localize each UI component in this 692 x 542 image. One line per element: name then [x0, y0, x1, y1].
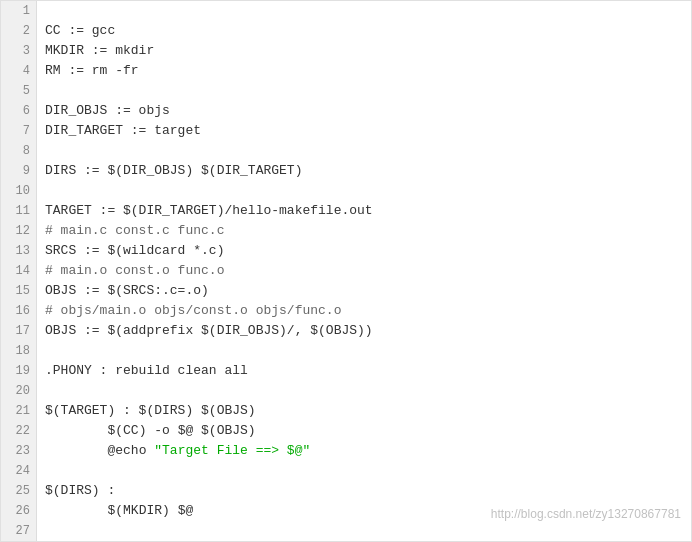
line-number: 25	[1, 481, 36, 501]
code-line: DIR_OBJS := objs	[45, 101, 683, 121]
line-number: 15	[1, 281, 36, 301]
line-number: 13	[1, 241, 36, 261]
code-line: # objs/main.o objs/const.o objs/func.o	[45, 301, 683, 321]
code-line: DIR_TARGET := target	[45, 121, 683, 141]
code-editor: 1234567891011121314151617181920212223242…	[0, 0, 692, 542]
code-line	[45, 461, 683, 481]
code-line: $(DIRS) :	[45, 481, 683, 501]
code-line: TARGET := $(DIR_TARGET)/hello-makefile.o…	[45, 201, 683, 221]
code-line: SRCS := $(wildcard *.c)	[45, 241, 683, 261]
line-number-gutter: 1234567891011121314151617181920212223242…	[1, 1, 37, 541]
line-number: 14	[1, 261, 36, 281]
line-number: 26	[1, 501, 36, 521]
code-line: CC := gcc	[45, 21, 683, 41]
line-number: 8	[1, 141, 36, 161]
code-line: MKDIR := mkdir	[45, 41, 683, 61]
code-line	[45, 181, 683, 201]
line-number: 9	[1, 161, 36, 181]
line-number: 1	[1, 1, 36, 21]
code-content: CC := gccMKDIR := mkdirRM := rm -fr DIR_…	[37, 1, 691, 541]
line-number: 20	[1, 381, 36, 401]
code-line: RM := rm -fr	[45, 61, 683, 81]
code-line: # main.c const.c func.c	[45, 221, 683, 241]
line-number: 6	[1, 101, 36, 121]
code-line	[45, 381, 683, 401]
code-line: # main.o const.o func.o	[45, 261, 683, 281]
line-number: 24	[1, 461, 36, 481]
line-number: 16	[1, 301, 36, 321]
line-number: 27	[1, 521, 36, 541]
code-line: DIRS := $(DIR_OBJS) $(DIR_TARGET)	[45, 161, 683, 181]
code-line: @echo "Target File ==> $@"	[45, 441, 683, 461]
line-number: 2	[1, 21, 36, 41]
line-number: 3	[1, 41, 36, 61]
line-number: 21	[1, 401, 36, 421]
code-line: OBJS := $(SRCS:.c=.o)	[45, 281, 683, 301]
code-line	[45, 1, 683, 21]
line-number: 19	[1, 361, 36, 381]
code-line	[45, 81, 683, 101]
code-line: $(TARGET) : $(DIRS) $(OBJS)	[45, 401, 683, 421]
line-number: 4	[1, 61, 36, 81]
line-number: 10	[1, 181, 36, 201]
code-line	[45, 341, 683, 361]
code-line: $(CC) -o $@ $(OBJS)	[45, 421, 683, 441]
line-number: 22	[1, 421, 36, 441]
code-line: .PHONY : rebuild clean all	[45, 361, 683, 381]
code-line: $(MKDIR) $@	[45, 501, 683, 521]
code-line	[45, 521, 683, 541]
code-line	[45, 141, 683, 161]
line-number: 12	[1, 221, 36, 241]
line-number: 23	[1, 441, 36, 461]
line-number: 5	[1, 81, 36, 101]
line-number: 17	[1, 321, 36, 341]
code-line: OBJS := $(addprefix $(DIR_OBJS)/, $(OBJS…	[45, 321, 683, 341]
line-number: 7	[1, 121, 36, 141]
line-number: 18	[1, 341, 36, 361]
line-number: 11	[1, 201, 36, 221]
